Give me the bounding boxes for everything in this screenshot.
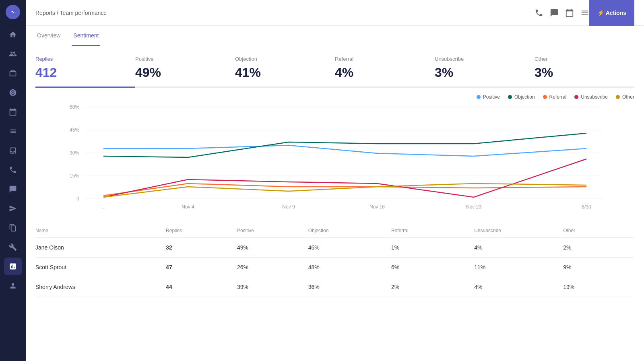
svg-text:0: 0 bbox=[76, 196, 79, 202]
cell-other-1: 9% bbox=[563, 258, 634, 277]
cell-positive-2: 39% bbox=[237, 277, 308, 297]
table-row: Scott Sprout 47 26% 48% 6% 11% 9% bbox=[35, 258, 634, 277]
tab-bar: Overview Sentiment bbox=[26, 26, 644, 46]
legend-label-objection: Objection bbox=[514, 94, 535, 100]
line-referral bbox=[103, 184, 586, 196]
col-header-objection: Objection bbox=[308, 224, 391, 238]
tab-overview[interactable]: Overview bbox=[35, 26, 62, 46]
cell-objection-1: 48% bbox=[308, 258, 391, 277]
col-header-replies: Replies bbox=[166, 224, 237, 238]
cell-objection-2: 36% bbox=[308, 277, 391, 297]
chart-legend: Positive Objection Referral Unsubscribe … bbox=[35, 94, 634, 100]
col-header-name: Name bbox=[35, 224, 166, 238]
main-content: Reports / Team performance ⚡ Actions bbox=[26, 0, 644, 361]
sidebar-item-dollar[interactable] bbox=[4, 84, 22, 101]
stat-replies[interactable]: Replies 412 bbox=[35, 56, 135, 88]
stat-label-other: Other bbox=[535, 56, 634, 62]
legend-other: Other bbox=[616, 94, 634, 100]
stat-value-unsubscribe: 3% bbox=[435, 65, 535, 80]
col-header-positive: Positive bbox=[237, 224, 308, 238]
actions-button[interactable]: ⚡ Actions bbox=[589, 0, 634, 26]
sidebar-item-reports[interactable] bbox=[4, 258, 22, 275]
legend-label-referral: Referral bbox=[549, 94, 567, 100]
stat-label-replies: Replies bbox=[35, 56, 135, 62]
sidebar-item-chat[interactable] bbox=[4, 180, 22, 198]
cell-name-1: Scott Sprout bbox=[35, 258, 166, 277]
svg-text:30%: 30% bbox=[70, 150, 79, 156]
legend-dot-positive bbox=[477, 95, 481, 99]
cell-name-2: Sherry Andrews bbox=[35, 277, 166, 297]
stat-value-replies: 412 bbox=[35, 65, 135, 80]
sidebar bbox=[0, 0, 26, 361]
svg-text:45%: 45% bbox=[70, 127, 79, 133]
table-section: Name Replies Positive Objection Referral… bbox=[26, 224, 644, 297]
menu-icon[interactable] bbox=[580, 8, 589, 17]
sidebar-item-list[interactable] bbox=[4, 122, 22, 140]
table-body: Jane Olson 32 49% 46% 1% 4% 2% Scott Spr… bbox=[35, 238, 634, 297]
svg-text:Nov 4: Nov 4 bbox=[182, 204, 194, 210]
sidebar-item-copy[interactable] bbox=[4, 219, 22, 237]
stat-value-other: 3% bbox=[535, 65, 634, 80]
chart-area: Positive Objection Referral Unsubscribe … bbox=[26, 88, 644, 224]
legend-dot-objection bbox=[508, 95, 512, 99]
cell-name-0: Jane Olson bbox=[35, 238, 166, 258]
table-row: Sherry Andrews 44 39% 36% 2% 4% 19% bbox=[35, 277, 634, 297]
cell-objection-0: 46% bbox=[308, 238, 391, 258]
line-chart: 60% 45% 30% 15% 0 ... Nov 4 Nov 9 Nov 16… bbox=[35, 103, 634, 216]
svg-text:15%: 15% bbox=[70, 173, 79, 179]
chat-icon[interactable] bbox=[550, 8, 559, 17]
cell-referral-2: 2% bbox=[391, 277, 474, 297]
tab-sentiment[interactable]: Sentiment bbox=[72, 26, 100, 46]
stats-row: Replies 412 Positive 49% Objection 41% R… bbox=[26, 46, 644, 88]
page-content: Overview Sentiment Replies 412 Positive … bbox=[26, 26, 644, 361]
col-header-other: Other bbox=[563, 224, 634, 238]
line-unsubscribe bbox=[103, 159, 586, 197]
stat-value-objection: 41% bbox=[235, 65, 335, 80]
sidebar-item-phone[interactable] bbox=[4, 161, 22, 179]
cell-positive-1: 26% bbox=[237, 258, 308, 277]
legend-label-unsubscribe: Unsubscribe bbox=[581, 94, 608, 100]
legend-dot-referral bbox=[543, 95, 547, 99]
stat-positive[interactable]: Positive 49% bbox=[135, 56, 235, 88]
stat-label-positive: Positive bbox=[135, 56, 235, 62]
cell-replies-2: 44 bbox=[166, 277, 237, 297]
stat-label-objection: Objection bbox=[235, 56, 335, 62]
app-logo[interactable] bbox=[6, 5, 20, 19]
sidebar-item-send[interactable] bbox=[4, 200, 22, 217]
cell-unsubscribe-0: 4% bbox=[474, 238, 563, 258]
sidebar-item-home[interactable] bbox=[4, 26, 22, 43]
legend-objection: Objection bbox=[508, 94, 535, 100]
legend-label-positive: Positive bbox=[483, 94, 500, 100]
stat-unsubscribe[interactable]: Unsubscribe 3% bbox=[435, 56, 535, 88]
stat-objection[interactable]: Objection 41% bbox=[235, 56, 335, 88]
calendar-icon[interactable] bbox=[565, 8, 574, 17]
sidebar-item-briefcase[interactable] bbox=[4, 64, 22, 82]
col-header-referral: Referral bbox=[391, 224, 474, 238]
table-row: Jane Olson 32 49% 46% 1% 4% 2% bbox=[35, 238, 634, 258]
sidebar-item-users[interactable] bbox=[4, 45, 22, 63]
stat-label-referral: Referral bbox=[335, 56, 435, 62]
cell-other-0: 2% bbox=[563, 238, 634, 258]
breadcrumb: Reports / Team performance bbox=[35, 10, 107, 16]
stat-label-unsubscribe: Unsubscribe bbox=[435, 56, 535, 62]
cell-other-2: 19% bbox=[563, 277, 634, 297]
stat-other[interactable]: Other 3% bbox=[535, 56, 634, 88]
stat-referral[interactable]: Referral 4% bbox=[335, 56, 435, 88]
legend-label-other: Other bbox=[622, 94, 634, 100]
phone-icon[interactable] bbox=[535, 8, 543, 17]
sidebar-item-person[interactable] bbox=[4, 277, 22, 295]
header-icons bbox=[535, 8, 589, 17]
table-header-row: Name Replies Positive Objection Referral… bbox=[35, 224, 634, 238]
cell-unsubscribe-1: 11% bbox=[474, 258, 563, 277]
performance-table: Name Replies Positive Objection Referral… bbox=[35, 224, 634, 297]
sidebar-item-inbox[interactable] bbox=[4, 142, 22, 159]
sidebar-item-tools[interactable] bbox=[4, 238, 22, 256]
sidebar-item-calendar[interactable] bbox=[4, 103, 22, 121]
svg-text:...: ... bbox=[101, 204, 105, 210]
svg-text:Nov 16: Nov 16 bbox=[369, 204, 385, 210]
cell-referral-1: 6% bbox=[391, 258, 474, 277]
line-positive bbox=[103, 145, 586, 156]
svg-text:Nov 9: Nov 9 bbox=[282, 204, 295, 210]
cell-replies-1: 47 bbox=[166, 258, 237, 277]
stat-value-positive: 49% bbox=[135, 65, 235, 80]
